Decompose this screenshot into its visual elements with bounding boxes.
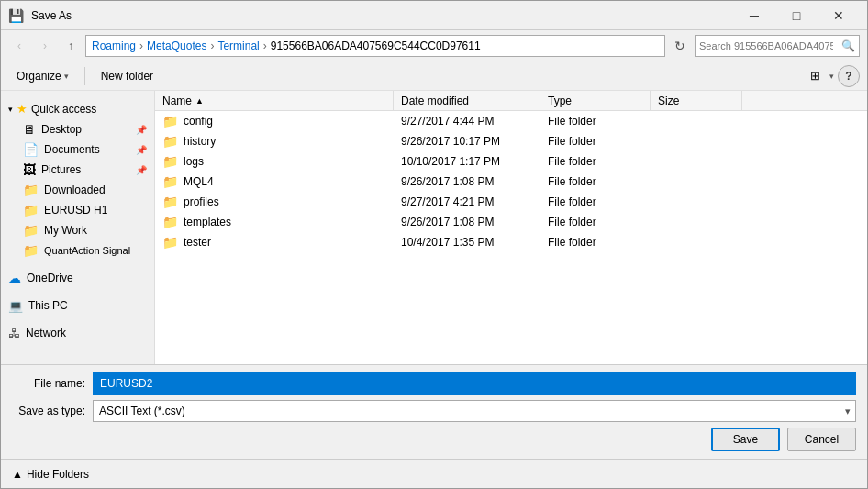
sidebar: ▾ ★ Quick access 🖥 Desktop 📌 📄 Documents… (1, 91, 155, 364)
sidebar-item-downloaded[interactable]: 📁 Downloaded (1, 180, 154, 200)
file-size-cell (651, 172, 742, 191)
col-header-name[interactable]: Name ▲ (155, 91, 394, 110)
sidebar-item-network[interactable]: 🖧 Network (1, 323, 154, 343)
file-date-cell: 9/26/2017 10:17 PM (394, 131, 540, 150)
network-icon: 🖧 (8, 327, 20, 340)
sidebar-divider-3 (1, 316, 154, 323)
form-area: File name: Save as type: ASCII Text (*.c… (1, 364, 867, 459)
sidebar-item-quantaction[interactable]: 📁 QuantAction Signal (1, 240, 154, 261)
forward-button[interactable]: › (34, 35, 56, 57)
filetype-select[interactable]: ASCII Text (*.csv)CSV (*.csv)Text (*.txt… (93, 400, 856, 422)
filename-label: File name: (12, 377, 85, 390)
search-button[interactable]: 🔍 (837, 36, 859, 56)
sidebar-item-eurusd[interactable]: 📁 EURUSD H1 (1, 200, 154, 220)
file-name-cell: 📁 profiles (155, 192, 394, 211)
title-bar: 💾 Save As ─ □ ✕ (1, 1, 867, 30)
pictures-icon: 🖼 (23, 162, 36, 177)
hide-folders-button[interactable]: ▲ Hide Folders (12, 468, 89, 481)
file-type-cell: File folder (540, 192, 651, 211)
search-input[interactable] (696, 36, 837, 56)
hide-folders-arrow-icon: ▲ (12, 468, 23, 481)
eurusd-icon: 📁 (23, 203, 39, 217)
sidebar-item-eurusd-label: EURUSD H1 (44, 204, 107, 217)
file-date-cell: 10/10/2017 1:17 PM (394, 151, 540, 171)
table-row[interactable]: 📁 MQL4 9/26/2017 1:08 PM File folder (155, 172, 867, 192)
save-button[interactable]: Save (711, 428, 780, 451)
quick-access-header[interactable]: ▾ ★ Quick access (1, 98, 154, 119)
file-date-cell: 9/26/2017 1:08 PM (394, 172, 540, 191)
file-size-cell (651, 192, 742, 211)
sidebar-item-desktop-label: Desktop (41, 123, 82, 136)
table-row[interactable]: 📁 history 9/26/2017 10:17 PM File folder (155, 131, 867, 151)
file-type-cell: File folder (540, 212, 651, 231)
pin-icon-desktop: 📌 (136, 125, 147, 135)
new-folder-button[interactable]: New folder (93, 65, 161, 87)
sidebar-item-documents-label: Documents (44, 143, 100, 156)
navigation-bar: ‹ › ↑ Roaming › MetaQuotes › Terminal › … (1, 30, 867, 61)
breadcrumb-item-terminal[interactable]: Terminal (217, 39, 259, 52)
file-date-cell: 9/27/2017 4:21 PM (394, 192, 540, 211)
close-button[interactable]: ✕ (818, 1, 860, 30)
folder-icon: 📁 (162, 215, 178, 229)
breadcrumb-item-metaquotes[interactable]: MetaQuotes (147, 39, 206, 52)
sidebar-item-onedrive-label: OneDrive (27, 272, 73, 284)
refresh-button[interactable]: ↻ (669, 35, 691, 57)
filetype-select-wrapper: ASCII Text (*.csv)CSV (*.csv)Text (*.txt… (93, 400, 856, 422)
view-toggle-button[interactable]: ⊞ (804, 65, 826, 87)
breadcrumb-sep-2: › (210, 39, 214, 52)
window-title: Save As (31, 9, 72, 22)
file-date-cell: 9/26/2017 1:08 PM (394, 212, 540, 231)
file-size-cell (651, 212, 742, 231)
quick-access-icon: ★ (17, 102, 28, 116)
sidebar-item-pictures[interactable]: 🖼 Pictures 📌 (1, 160, 154, 180)
help-button[interactable]: ? (838, 65, 860, 87)
table-row[interactable]: 📁 logs 10/10/2017 1:17 PM File folder (155, 151, 867, 172)
sidebar-item-onedrive[interactable]: ☁ OneDrive (1, 268, 154, 288)
sidebar-item-thispc[interactable]: 💻 This PC (1, 295, 154, 316)
sidebar-item-mywork[interactable]: 📁 My Work (1, 220, 154, 240)
minimize-button[interactable]: ─ (733, 1, 775, 30)
col-header-size[interactable]: Size (651, 91, 742, 110)
folder-icon: 📁 (162, 235, 178, 250)
table-row[interactable]: 📁 config 9/27/2017 4:44 PM File folder (155, 111, 867, 131)
filename-input[interactable] (93, 372, 856, 395)
main-content: ▾ ★ Quick access 🖥 Desktop 📌 📄 Documents… (1, 91, 867, 364)
col-header-type[interactable]: Type (540, 91, 651, 110)
back-button[interactable]: ‹ (8, 35, 30, 57)
organize-label: Organize (17, 70, 61, 83)
sidebar-item-desktop[interactable]: 🖥 Desktop 📌 (1, 119, 154, 139)
folder-icon: 📁 (162, 174, 178, 189)
file-name-cell: 📁 templates (155, 212, 394, 231)
sidebar-divider-2 (1, 288, 154, 295)
breadcrumb-item-roaming[interactable]: Roaming (92, 39, 136, 52)
organize-button[interactable]: Organize ▾ (8, 65, 77, 87)
col-header-date[interactable]: Date modified (394, 91, 540, 110)
save-as-dialog: 💾 Save As ─ □ ✕ ‹ › ↑ Roaming › MetaQuot… (0, 0, 868, 489)
file-list-header: Name ▲ Date modified Type Size (155, 91, 867, 111)
file-size-cell (651, 151, 742, 171)
sidebar-item-network-label: Network (26, 327, 66, 339)
sidebar-item-thispc-label: This PC (28, 299, 68, 312)
file-size-cell (651, 232, 742, 251)
thispc-icon: 💻 (8, 299, 23, 313)
breadcrumb: Roaming › MetaQuotes › Terminal › 915566… (85, 35, 665, 57)
file-area: Name ▲ Date modified Type Size 📁 config (155, 91, 867, 364)
folder-icon: 📁 (162, 194, 178, 209)
breadcrumb-item-current: 915566BA06ADA407569C544CC0D97611 (271, 39, 481, 52)
up-button[interactable]: ↑ (60, 35, 82, 57)
sidebar-item-documents[interactable]: 📄 Documents 📌 (1, 139, 154, 160)
new-folder-label: New folder (101, 70, 153, 83)
filename-row: File name: (12, 372, 856, 395)
sidebar-item-downloaded-label: Downloaded (44, 183, 106, 196)
documents-icon: 📄 (23, 142, 39, 157)
sort-arrow-icon: ▲ (195, 96, 204, 106)
table-row[interactable]: 📁 tester 10/4/2017 1:35 PM File folder (155, 232, 867, 252)
sidebar-item-pictures-label: Pictures (41, 163, 81, 176)
cancel-button[interactable]: Cancel (787, 428, 856, 451)
table-row[interactable]: 📁 templates 9/26/2017 1:08 PM File folde… (155, 212, 867, 232)
toolbar-right: ⊞ ▾ ? (804, 65, 860, 87)
table-row[interactable]: 📁 profiles 9/27/2017 4:21 PM File folder (155, 192, 867, 212)
window-icon: 💾 (8, 8, 24, 23)
maximize-button[interactable]: □ (775, 1, 818, 30)
sidebar-divider-1 (1, 261, 154, 268)
